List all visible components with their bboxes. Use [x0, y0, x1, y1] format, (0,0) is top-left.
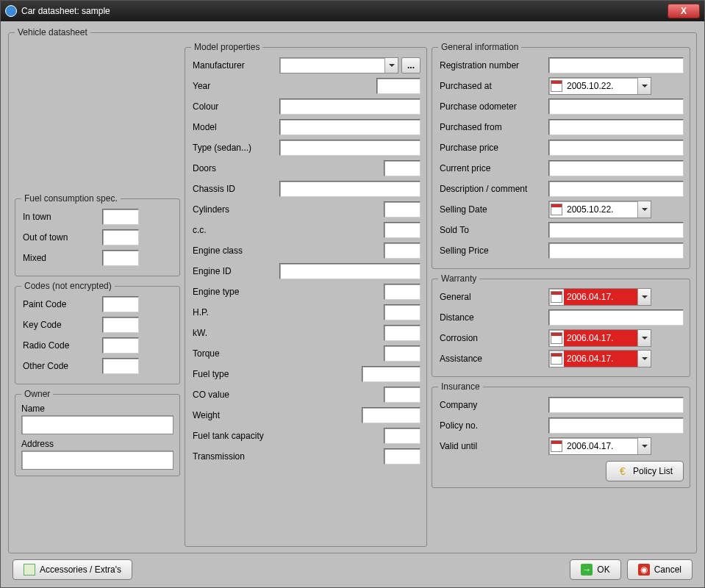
calendar-icon — [551, 440, 562, 452]
radio-code-input[interactable] — [102, 337, 139, 354]
cylinders-label: Cylinders — [191, 204, 279, 215]
purchased-at-label: Purchased at — [438, 81, 548, 91]
purchase-price-label: Purchase price — [438, 143, 548, 153]
out-of-town-input[interactable] — [102, 229, 139, 245]
warranty-general-date[interactable]: 2006.04.17. — [548, 288, 651, 306]
warranty-assistance-date[interactable]: 2006.04.17. — [548, 350, 651, 368]
colour-input[interactable] — [279, 98, 421, 115]
chevron-down-icon[interactable] — [637, 330, 651, 346]
close-button[interactable]: X — [668, 4, 700, 18]
other-code-input[interactable] — [102, 358, 139, 374]
warranty-corrosion-date[interactable]: 2006.04.17. — [548, 329, 651, 347]
cancel-button[interactable]: ◉Cancel — [627, 559, 693, 580]
policy-no-label: Policy no. — [438, 420, 548, 431]
policy-list-label: Policy List — [633, 466, 673, 476]
valid-until-date[interactable]: 2006.04.17. — [548, 437, 651, 455]
engine-type-input[interactable] — [384, 284, 421, 300]
sold-to-input[interactable] — [548, 222, 684, 238]
selling-date[interactable]: 2005.10.22. — [548, 201, 651, 218]
ok-button[interactable]: →OK — [570, 559, 620, 580]
reg-number-label: Registration number — [438, 60, 548, 71]
window: Car datasheet: sample X Vehicle datashee… — [0, 0, 705, 588]
hp-input[interactable] — [384, 304, 421, 320]
mixed-input[interactable] — [102, 250, 139, 266]
general-info-group: General information Registration number … — [432, 42, 690, 269]
policy-no-input[interactable] — [548, 417, 684, 434]
warranty-distance-input[interactable] — [548, 309, 684, 326]
arrow-right-icon: → — [581, 564, 593, 576]
chevron-down-icon[interactable] — [637, 351, 651, 367]
chevron-down-icon[interactable] — [384, 58, 398, 73]
cylinders-input[interactable] — [384, 201, 421, 218]
valid-until-value: 2006.04.17. — [564, 438, 637, 454]
owner-address-input[interactable] — [21, 451, 173, 470]
right-column: General information Registration number … — [432, 42, 690, 547]
app-icon — [5, 5, 17, 17]
in-town-input[interactable] — [102, 209, 139, 225]
purchased-from-label: Purchased from — [438, 122, 548, 132]
euro-icon: € — [617, 465, 629, 477]
cc-input[interactable] — [384, 222, 421, 238]
warranty-corrosion-label: Corrosion — [438, 333, 548, 343]
desc-comment-label: Description / comment — [438, 184, 548, 194]
other-code-label: Other Code — [21, 361, 102, 371]
key-code-input[interactable] — [102, 317, 139, 333]
doors-input[interactable] — [384, 160, 421, 176]
vehicle-datasheet-group: Vehicle datasheet Fuel consumption spec.… — [8, 27, 697, 553]
chassis-input[interactable] — [279, 181, 421, 197]
out-of-town-label: Out of town — [21, 232, 102, 243]
left-column: Fuel consumption spec. In town Out of to… — [15, 42, 180, 547]
desc-comment-input[interactable] — [548, 181, 684, 197]
manufacturer-browse-button[interactable]: ... — [401, 57, 421, 74]
calendar-icon — [551, 353, 562, 365]
kw-label: kW. — [191, 328, 279, 338]
paint-code-input[interactable] — [102, 296, 139, 312]
weight-input[interactable] — [362, 407, 421, 423]
type-input[interactable] — [279, 140, 421, 156]
bottom-bar: Accessories / Extra's →OK ◉Cancel — [8, 553, 697, 581]
co-label: CO value — [191, 390, 279, 400]
kw-input[interactable] — [384, 325, 421, 341]
purchase-price-input[interactable] — [548, 140, 684, 156]
purchased-at-date[interactable]: 2005.10.22. — [548, 77, 651, 95]
reg-number-input[interactable] — [548, 57, 684, 74]
current-price-input[interactable] — [548, 160, 684, 176]
purchased-from-input[interactable] — [548, 119, 684, 135]
chevron-down-icon[interactable] — [637, 289, 651, 305]
year-input[interactable] — [376, 78, 421, 94]
insurance-legend: Insurance — [438, 381, 483, 392]
torque-input[interactable] — [384, 345, 421, 362]
accessories-button[interactable]: Accessories / Extra's — [12, 559, 132, 580]
fuel-type-input[interactable] — [362, 366, 421, 382]
chevron-down-icon[interactable] — [637, 201, 651, 218]
warranty-general-label: General — [438, 292, 548, 302]
purchase-odo-input[interactable] — [548, 98, 684, 115]
stop-icon: ◉ — [638, 564, 650, 576]
policy-list-button[interactable]: €Policy List — [606, 461, 684, 481]
owner-address-label: Address — [21, 439, 54, 449]
tank-input[interactable] — [384, 428, 421, 444]
engine-class-input[interactable] — [384, 243, 421, 259]
valid-until-label: Valid until — [438, 441, 548, 451]
insurance-company-input[interactable] — [548, 397, 684, 413]
manufacturer-dropdown[interactable] — [279, 57, 398, 74]
paint-code-label: Paint Code — [21, 299, 102, 309]
owner-name-label: Name — [21, 404, 45, 414]
purchase-odo-label: Purchase odometer — [438, 101, 548, 112]
model-name-input[interactable] — [279, 119, 421, 135]
insurance-company-label: Company — [438, 400, 548, 410]
selling-price-input[interactable] — [548, 243, 684, 259]
transmission-input[interactable] — [384, 448, 421, 465]
owner-name-input[interactable] — [21, 415, 173, 434]
warranty-general-value: 2006.04.17. — [564, 289, 637, 305]
engine-id-input[interactable] — [279, 263, 421, 279]
chevron-down-icon[interactable] — [637, 78, 651, 94]
warranty-legend: Warranty — [438, 273, 479, 284]
co-input[interactable] — [384, 387, 421, 403]
transmission-label: Transmission — [191, 451, 279, 462]
columns: Fuel consumption spec. In town Out of to… — [15, 42, 690, 547]
chevron-down-icon[interactable] — [637, 438, 651, 454]
calendar-icon — [551, 291, 562, 303]
year-label: Year — [191, 81, 279, 91]
purchased-at-value: 2005.10.22. — [564, 78, 637, 94]
